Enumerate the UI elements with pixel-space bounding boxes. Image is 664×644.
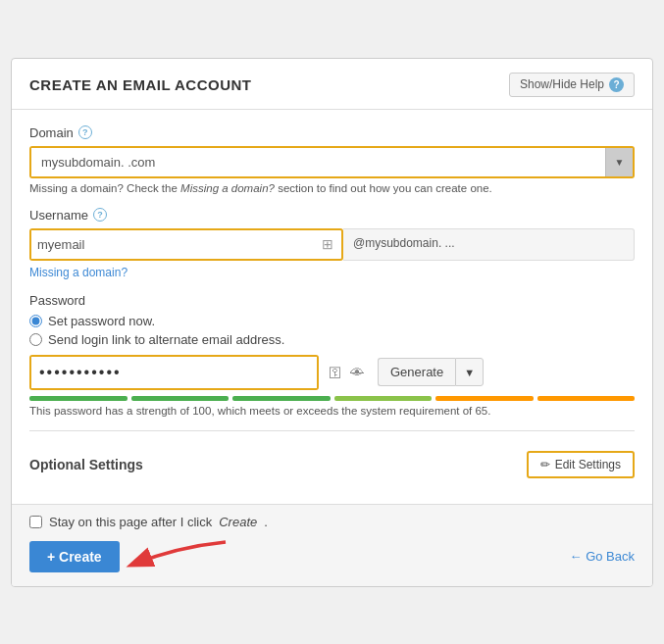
password-row: ⚿ 👁 Generate ▼ <box>29 355 635 390</box>
radio-group: Set password now. Send login link to alt… <box>29 314 635 347</box>
password-section: Password Set password now. Send login li… <box>29 293 635 417</box>
strength-bar-3 <box>232 396 331 401</box>
show-hide-label: Show/Hide Help <box>520 77 604 91</box>
show-hide-help-button[interactable]: Show/Hide Help ? <box>509 73 635 97</box>
divider <box>29 430 635 431</box>
strength-bar-4 <box>334 396 433 401</box>
pencil-icon: ✏ <box>540 458 550 471</box>
stay-on-page-checkbox[interactable] <box>29 516 42 528</box>
stay-on-page-label[interactable]: Stay on this page after I click Create. <box>29 515 635 529</box>
username-label: Username ? <box>29 208 635 223</box>
footer-section: Stay on this page after I click Create. … <box>12 504 652 586</box>
username-row: ⊞ @mysubdomain. ... <box>29 228 635 261</box>
domain-select[interactable]: mysubdomain. .com <box>31 148 633 176</box>
password-label: Password <box>29 293 635 308</box>
radio-send-link[interactable]: Send login link to alternate email addre… <box>29 332 635 347</box>
username-help-icon[interactable]: ? <box>93 208 107 222</box>
strength-bar-1 <box>29 396 128 401</box>
domain-hint: Missing a domain? Check the Missing a do… <box>29 182 635 194</box>
strength-bars <box>29 396 635 401</box>
chevron-down-icon: ▼ <box>605 148 633 176</box>
domain-help-icon[interactable]: ? <box>78 125 92 139</box>
arrow-indicator <box>118 537 235 579</box>
domain-select-wrapper: mysubdomain. .com ▼ <box>29 146 635 178</box>
password-input[interactable] <box>31 357 317 388</box>
username-domain-suffix: @mysubdomain. ... <box>343 228 635 261</box>
username-input-wrapper: ⊞ <box>29 228 343 261</box>
domain-field-group: Domain ? mysubdomain. .com ▼ Missing a d… <box>29 125 635 194</box>
optional-settings-row: Optional Settings ✏ Edit Settings <box>29 441 635 488</box>
help-circle-icon: ? <box>609 77 624 92</box>
password-input-wrapper <box>29 355 319 390</box>
username-field-group: Username ? ⊞ @mysubdomain. ... Missing a… <box>29 208 635 279</box>
radio-set-password-input[interactable] <box>29 315 42 327</box>
key-icon: ⊞ <box>314 232 341 256</box>
generate-btn-group: Generate ▼ <box>378 358 484 386</box>
radio-send-link-input[interactable] <box>29 333 42 346</box>
create-button[interactable]: + Create <box>29 541 120 572</box>
go-back-link[interactable]: ← Go Back <box>570 549 635 564</box>
generate-button[interactable]: Generate <box>378 358 455 386</box>
missing-domain-link[interactable]: Missing a domain? <box>29 266 128 279</box>
page-title: CREATE AN EMAIL ACCOUNT <box>29 76 252 93</box>
password-icons: ⚿ 👁 <box>319 365 374 380</box>
strength-bar-6 <box>537 396 636 401</box>
generate-dropdown-button[interactable]: ▼ <box>455 358 484 386</box>
domain-label: Domain ? <box>29 125 635 140</box>
bottom-row: + Create ← Go Back <box>29 541 635 572</box>
key-lock-icon[interactable]: ⚿ <box>329 365 342 380</box>
radio-set-password[interactable]: Set password now. <box>29 314 635 328</box>
eye-off-icon[interactable]: 👁 <box>350 365 364 380</box>
edit-settings-button[interactable]: ✏ Edit Settings <box>527 451 635 478</box>
main-content: Domain ? mysubdomain. .com ▼ Missing a d… <box>12 110 652 504</box>
red-arrow-svg <box>118 537 235 576</box>
optional-settings-label: Optional Settings <box>29 457 143 472</box>
strength-bar-5 <box>435 396 534 401</box>
username-input[interactable] <box>31 230 314 259</box>
strength-text: This password has a strength of 100, whi… <box>29 405 635 417</box>
strength-bar-2 <box>131 396 230 401</box>
page-header: CREATE AN EMAIL ACCOUNT Show/Hide Help ? <box>12 59 652 110</box>
